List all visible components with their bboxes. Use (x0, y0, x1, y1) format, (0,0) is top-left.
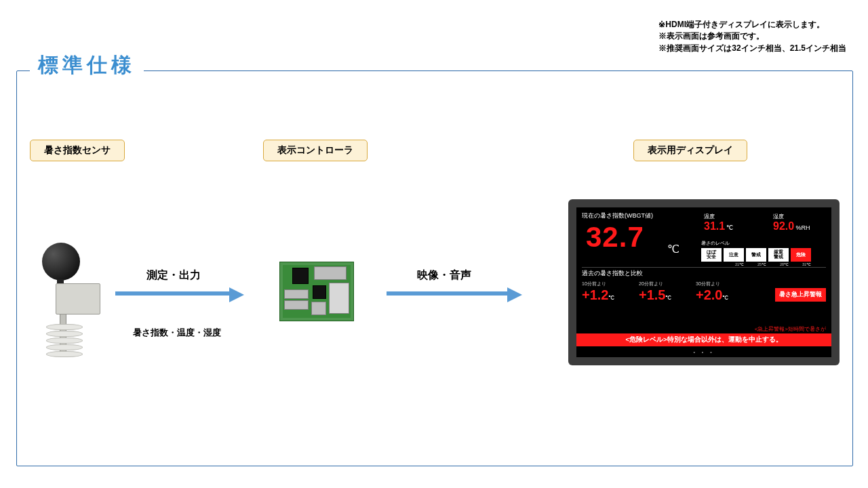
tag-display: 表示用ディスプレイ (633, 140, 747, 161)
level-box: ほぼ 安全 (701, 248, 722, 262)
hum-label: 湿度 (773, 214, 784, 220)
scroll-text-1: <急上昇警報>短時間で暑さが (576, 325, 831, 333)
notes-block: ※HDMI端子付きディスプレイに表示します。 ※表示画面は参考画面です。 ※推奨… (658, 19, 846, 54)
note-line: ※推奨画面サイズは32インチ相当、21.5インチ相当 (658, 43, 846, 54)
tag-sensor: 暑さ指数センサ (30, 140, 125, 161)
arrow-1-subcaption: 暑さ指数・温度・湿度 (133, 327, 221, 339)
level-temp: 25℃ (746, 262, 766, 266)
wbgt-value: 32.7 (586, 221, 644, 253)
past-row: 10分前より+1.2℃20分前より+1.5℃30分前より+2.0℃暑さ急上昇警報 (582, 281, 826, 303)
level-box: 警戒 (746, 248, 766, 262)
section-title: 標準仕様 (30, 52, 144, 79)
level-box: 注意 (724, 248, 744, 262)
sensor-graphic (31, 243, 106, 358)
note-line: ※HDMI端子付きディスプレイに表示します。 (658, 19, 846, 30)
level-box: 危険 (791, 248, 811, 262)
hum-block: 湿度 92.0 %RH (773, 213, 810, 232)
scroll-text-2: <危険レベル>特別な場合以外は、運動を中止する。 (576, 333, 831, 346)
temp-block: 温度 31.1 ℃ (704, 213, 733, 232)
arrow-2-label: 映像・音声 (417, 268, 471, 283)
past-item: 30分前より+2.0℃ (696, 281, 753, 303)
level-temp: 21℃ (724, 262, 744, 266)
hum-unit: %RH (795, 224, 810, 231)
page-dots: • • • (576, 350, 831, 354)
globe-icon (42, 243, 80, 281)
controller-board-graphic (279, 262, 354, 321)
hum-value: 92.0 (773, 220, 794, 232)
level-boxes: ほぼ 安全注意警戒厳重 警戒危険 (701, 248, 823, 262)
level-temps: 21℃25℃28℃31℃ (701, 262, 823, 266)
display-monitor: 現在の暑さ指数(WBGT値) 32.7 ℃ 温度 31.1 ℃ 湿度 92.0 … (568, 199, 840, 365)
past-item: 10分前より+1.2℃ (582, 281, 639, 303)
display-screen: 現在の暑さ指数(WBGT値) 32.7 ℃ 温度 31.1 ℃ 湿度 92.0 … (576, 207, 831, 357)
arrow-1-label: 測定・出力 (146, 268, 201, 283)
wbgt-unit: ℃ (667, 243, 679, 256)
tag-controller: 表示コントローラ (263, 140, 368, 161)
past-item: 20分前より+1.5℃ (639, 281, 696, 303)
level-temp: 31℃ (791, 262, 811, 266)
note-line: ※表示画面は参考画面です。 (658, 30, 846, 42)
arrow-right-icon (507, 287, 522, 302)
past-label: 過去の暑さ指数と比較 (582, 270, 826, 278)
temp-unit: ℃ (726, 224, 733, 231)
temp-value: 31.1 (704, 220, 725, 232)
level-temp: 28℃ (768, 262, 789, 266)
arrow-right-icon (229, 287, 244, 302)
level-temp (701, 262, 722, 266)
temp-label: 温度 (704, 214, 715, 220)
level-box: 厳重 警戒 (768, 248, 789, 262)
alert-badge: 暑さ急上昇警報 (775, 288, 826, 302)
level-label: 暑さのレベル (701, 240, 823, 247)
